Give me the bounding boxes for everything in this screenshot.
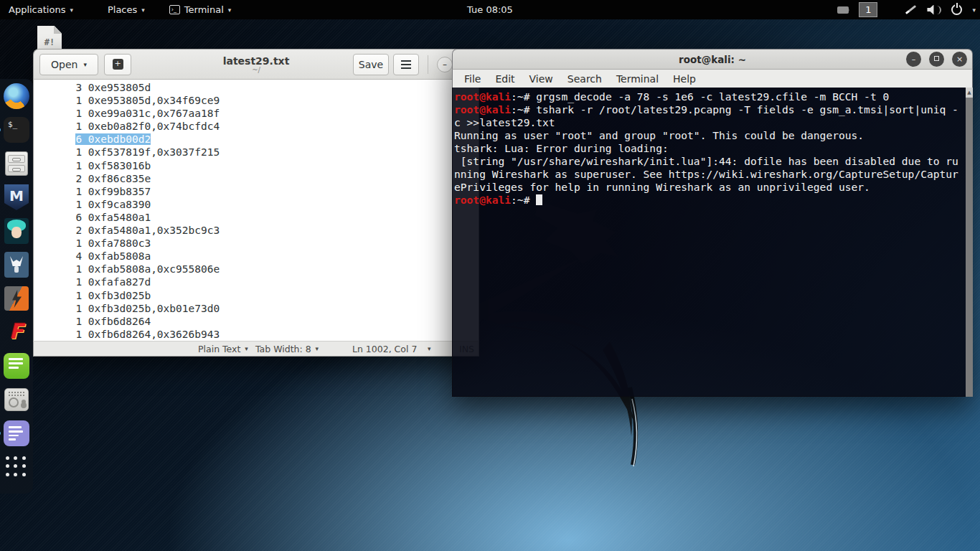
stylus-icon[interactable] [905, 5, 916, 14]
places-menu[interactable]: Places ▾ [99, 0, 154, 19]
cursor-position[interactable]: Ln 1002, Col 7 [352, 342, 417, 356]
terminal-line: nning Wireshark as superuser. See https:… [454, 168, 963, 181]
gedit-line: 2 0xfa5480a1,0x352bc9c3 [38, 224, 479, 237]
metasploit-icon: M [4, 184, 29, 210]
gedit-line: 1 0xf9ca8390 [38, 198, 479, 211]
chevron-down-icon: ▾ [141, 6, 145, 14]
terminal-cursor [536, 194, 542, 205]
terminal-minimize-button[interactable]: – [906, 52, 921, 67]
header-separator [428, 55, 428, 74]
gedit-line: 4 0xfab5808a [38, 250, 479, 263]
top-panel: Applications ▾ Places ▾ ›_ Terminal ▾ Tu… [0, 0, 980, 19]
prompt-user-host: root@kali [454, 103, 511, 116]
terminal-line: [string "/usr/share/wireshark/init.lua"]… [454, 155, 963, 168]
terminal-app-icon: ›_ [169, 5, 180, 14]
terminal-maximize-button[interactable] [929, 52, 944, 67]
terminal-window: root@kali: ~ – × FileEditViewSearchTermi… [452, 49, 973, 397]
goto-line-dropdown[interactable]: ▾ [428, 342, 431, 356]
terminal-output[interactable]: root@kali:~# grgsm_decode -a 78 -s 1e6 -… [452, 88, 973, 397]
terminal-menu-help[interactable]: Help [666, 72, 703, 86]
hamburger-icon [401, 60, 411, 69]
applications-menu[interactable]: Applications ▾ [0, 0, 82, 19]
new-document-icon: + [113, 59, 123, 70]
faraday-icon: F [4, 319, 29, 344]
gedit-line: 6 0xfa5480a1 [38, 211, 479, 224]
cursor-position-label: Ln 1002, Col 7 [352, 344, 417, 354]
volume-icon[interactable] [927, 5, 941, 15]
gedit-line: 1 0xfb6d8264,0x3626b943 [38, 328, 479, 341]
dock: $_ M F [0, 79, 33, 494]
dock-item-terminal[interactable]: $_ [4, 117, 29, 143]
gedit-line: 3 0xe953805d [38, 81, 479, 94]
terminal-line: root@kali:~# tshark -r /root/latest29.pc… [454, 103, 963, 116]
gedit-menu-button[interactable] [393, 54, 419, 75]
open-button[interactable]: Open ▾ [39, 54, 98, 75]
terminal-menu-edit[interactable]: Edit [488, 72, 522, 86]
gedit-document-path: ~/ [252, 66, 260, 74]
dock-item-faraday[interactable]: F [4, 319, 29, 345]
bull-head-icon [4, 252, 29, 278]
active-app-menu[interactable]: ›_ Terminal ▾ [161, 0, 240, 19]
dock-item-notes[interactable] [4, 420, 29, 446]
new-document-button[interactable]: + [104, 54, 131, 75]
terminal-line: c >>latest29.txt [454, 116, 963, 129]
save-button[interactable]: Save [353, 54, 389, 75]
gedit-minimize-button[interactable]: – [437, 57, 453, 72]
dock-item-gedit[interactable] [4, 353, 29, 379]
screencast-icon[interactable] [837, 6, 849, 14]
gedit-text-area[interactable]: 3 0xe953805d 1 0xe953805d,0x34f69ce9 1 0… [33, 80, 479, 341]
gedit-line: 1 0xfb3d025b,0xb01e73d0 [38, 302, 479, 315]
gedit-line: 1 0xfb6d8264 [38, 315, 479, 328]
dock-item-firefox[interactable] [4, 83, 29, 109]
terminal-line: root@kali:~# grgsm_decode -a 78 -s 1e6 -… [454, 90, 963, 103]
language-selector[interactable]: Plain Text ▾ [198, 342, 248, 356]
chevron-down-icon: ▾ [70, 6, 73, 14]
places-label: Places [108, 4, 137, 15]
applications-label: Applications [9, 4, 65, 15]
chevron-down-icon: ▾ [245, 345, 248, 352]
terminal-titlebar[interactable]: root@kali: ~ – × [452, 49, 973, 70]
gedit-line: 1 0xe953805d,0x34f69ce9 [38, 94, 479, 107]
chevron-down-icon[interactable]: ▾ [972, 6, 976, 14]
terminal-line: tshark: Lua: Error during loading: [454, 142, 963, 155]
app-grid-icon [6, 456, 27, 478]
chevron-down-icon: ▾ [228, 6, 232, 14]
firefox-icon [4, 83, 29, 109]
terminal-menu-file[interactable]: File [457, 72, 488, 86]
dock-item-beef[interactable] [4, 252, 29, 278]
open-button-label: Open [51, 59, 77, 70]
terminal-menu-view[interactable]: View [522, 72, 560, 86]
tab-width-label: Tab Width: 8 [255, 344, 311, 354]
script-shebang-label: #! [37, 37, 62, 47]
gedit-line: 1 0xfafa827d [38, 276, 479, 288]
dock-item-avatar-app[interactable] [4, 218, 29, 244]
language-label: Plain Text [198, 344, 240, 354]
chevron-down-icon: ▾ [428, 345, 431, 352]
workspace-indicator[interactable]: 1 [859, 2, 877, 17]
purple-editor-icon [4, 420, 29, 446]
dock-item-metasploit[interactable]: M [4, 184, 29, 210]
terminal-menu-search[interactable]: Search [560, 72, 609, 86]
save-button-label: Save [359, 59, 383, 70]
dock-item-burpsuite[interactable] [4, 286, 29, 311]
burpsuite-icon [4, 286, 29, 311]
gedit-line: 1 0xfb3d025b [38, 289, 479, 302]
gedit-line: 1 0xfa7880c3 [38, 237, 479, 250]
selected-text: 6 0xebdb00d2 [75, 133, 151, 145]
tab-width-selector[interactable]: Tab Width: 8 ▾ [255, 342, 319, 356]
dock-item-radio-sdr[interactable] [4, 387, 29, 413]
dock-item-file-manager[interactable] [4, 151, 29, 176]
prompt-user-host: root@kali [454, 194, 511, 206]
gedit-line: 2 0xf86c835e [38, 172, 479, 185]
gedit-line: 1 0xf583016b [38, 159, 479, 172]
terminal-menu-terminal[interactable]: Terminal [609, 72, 666, 86]
power-icon[interactable] [951, 4, 962, 15]
gedit-document-title: latest29.txt [223, 55, 290, 67]
terminal-line: ePrivileges for help in running Wireshar… [454, 181, 963, 194]
avatar-face-icon [4, 218, 29, 244]
scroll-up-arrow-icon[interactable]: ▲ [966, 88, 973, 98]
gedit-line: 1 0xf537819f,0x3037f215 [38, 146, 479, 159]
terminal-close-button[interactable]: × [952, 52, 967, 67]
dock-item-show-applications[interactable] [4, 454, 29, 480]
terminal-scrollbar[interactable]: ▲ [966, 88, 973, 397]
